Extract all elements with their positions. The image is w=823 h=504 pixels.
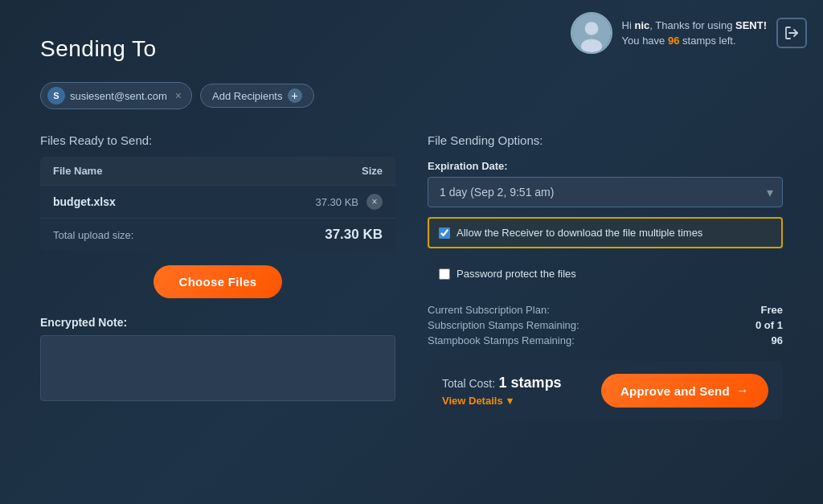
- total-cost-box: Total Cost: 1 stamps View Details ▾ Appr…: [428, 361, 783, 420]
- recipient-remove-button[interactable]: ×: [175, 89, 182, 102]
- password-protect-option[interactable]: Password protect the files: [428, 258, 783, 289]
- chevron-down-icon: ▾: [507, 395, 513, 407]
- recipients-row: S susiesent@sent.com × Add Recipients +: [40, 82, 783, 109]
- recipient-tag: S susiesent@sent.com ×: [40, 82, 192, 109]
- view-details-label: View Details: [442, 395, 503, 407]
- allow-multiple-downloads-checkbox[interactable]: [439, 227, 450, 239]
- recipient-email: susiesent@sent.com: [70, 90, 167, 102]
- choose-files-button[interactable]: Choose Files: [154, 265, 283, 298]
- avatar-image: [572, 14, 611, 52]
- note-textarea[interactable]: [40, 335, 395, 401]
- add-recipients-label: Add Recipients: [212, 90, 282, 102]
- expiration-select[interactable]: 1 day (Sep 2, 9:51 am) 3 days (Sep 4, 9:…: [428, 177, 783, 207]
- note-section: Encrypted Note:: [40, 316, 395, 404]
- stampbook-label: Stampbook Stamps Remaining:: [428, 334, 575, 346]
- col-header-name: File Name: [53, 165, 102, 177]
- logout-button[interactable]: [776, 18, 807, 48]
- col-header-size: Size: [362, 165, 383, 177]
- expiration-select-wrapper: 1 day (Sep 2, 9:51 am) 3 days (Sep 4, 9:…: [428, 177, 783, 207]
- total-cost-left: Total Cost: 1 stamps View Details ▾: [442, 375, 562, 407]
- recipient-avatar: S: [47, 87, 65, 104]
- expiration-label: Expiration Date:: [428, 160, 783, 172]
- header: Hi nic, Thanks for using SENT! You have …: [571, 12, 807, 54]
- total-size: 37.30 KB: [325, 227, 383, 243]
- table-row: budget.xlsx 37.30 KB ×: [40, 185, 395, 218]
- greeting-suffix: , Thanks for using: [649, 19, 735, 31]
- stamps-remaining-value: 0 of 1: [755, 319, 783, 331]
- add-icon: +: [288, 88, 302, 103]
- files-table-header: File Name Size: [40, 157, 395, 185]
- greeting-prefix: Hi: [622, 19, 635, 31]
- total-label: Total upload size:: [53, 229, 133, 241]
- app-name: SENT!: [735, 19, 767, 31]
- stamps-count: 96: [668, 35, 679, 47]
- approve-send-button[interactable]: Approve and Send →: [601, 374, 768, 408]
- total-cost-value: 1 stamps: [499, 375, 562, 391]
- total-row: Total upload size: 37.30 KB: [40, 218, 395, 251]
- plan-value: Free: [761, 304, 783, 316]
- total-cost-row: Total Cost: 1 stamps: [442, 375, 562, 391]
- note-label: Encrypted Note:: [40, 316, 395, 329]
- subscription-plan-row: Current Subscription Plan: Free: [428, 302, 783, 318]
- header-text: Hi nic, Thanks for using SENT! You have …: [622, 18, 767, 49]
- svg-point-2: [581, 39, 602, 53]
- allow-multiple-downloads-option[interactable]: Allow the Receiver to download the file …: [428, 217, 783, 248]
- files-section-label: Files Ready to Send:: [40, 133, 395, 147]
- main-content: Files Ready to Send: File Name Size budg…: [40, 133, 783, 420]
- avatar: [571, 12, 612, 54]
- stamps-remaining-label: Subscription Stamps Remaining:: [428, 319, 579, 331]
- file-name: budget.xlsx: [53, 195, 116, 208]
- password-protect-label: Password protect the files: [457, 268, 576, 280]
- password-protect-checkbox[interactable]: [439, 268, 450, 280]
- view-details-button[interactable]: View Details ▾: [442, 395, 562, 407]
- file-size: 37.30 KB: [316, 196, 359, 208]
- stamps-remaining-row: Subscription Stamps Remaining: 0 of 1: [428, 318, 783, 333]
- add-recipients-button[interactable]: Add Recipients +: [200, 84, 313, 108]
- arrow-right-icon: →: [736, 383, 749, 398]
- page-wrapper: Hi nic, Thanks for using SENT! You have …: [0, 0, 823, 504]
- svg-point-1: [584, 22, 598, 35]
- user-name: nic: [634, 19, 649, 31]
- stampbook-value: 96: [772, 334, 783, 346]
- plan-label: Current Subscription Plan:: [428, 304, 550, 316]
- allow-multiple-downloads-label: Allow the Receiver to download the file …: [457, 227, 702, 239]
- file-size-remove: 37.30 KB ×: [316, 194, 383, 210]
- approve-send-label: Approve and Send: [620, 384, 730, 398]
- stamps-suffix: stamps left.: [679, 35, 735, 47]
- stamps-prefix: You have: [622, 35, 668, 47]
- sending-options-label: File Sending Options:: [428, 133, 783, 147]
- files-table: File Name Size budget.xlsx 37.30 KB × To…: [40, 157, 395, 251]
- total-cost-label: Total Cost:: [442, 377, 495, 390]
- file-remove-button[interactable]: ×: [366, 194, 383, 210]
- left-panel: Files Ready to Send: File Name Size budg…: [40, 133, 395, 420]
- stampbook-row: Stampbook Stamps Remaining: 96: [428, 333, 783, 348]
- subscription-info: Current Subscription Plan: Free Subscrip…: [428, 302, 783, 348]
- right-panel: File Sending Options: Expiration Date: 1…: [428, 133, 783, 420]
